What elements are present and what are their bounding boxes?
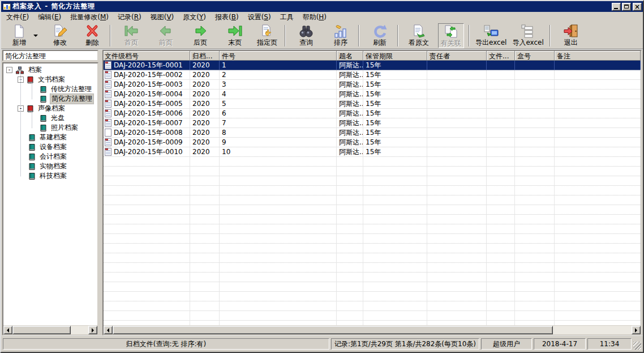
collapse-toggle-icon[interactable]: -	[18, 76, 24, 83]
add-button[interactable]: 新增	[6, 23, 32, 48]
table-row[interactable]: DAJ-2020-15年-0010202010阿斯达...15年	[104, 147, 641, 157]
empty-row	[104, 224, 641, 234]
cell-year: 2020	[190, 80, 220, 89]
exit-button[interactable]: 退出	[558, 23, 584, 48]
modify-button[interactable]: 修改	[47, 23, 73, 48]
cell-item_no	[220, 311, 337, 320]
cell-box_no	[515, 205, 555, 214]
prev-page-button[interactable]: 前页	[153, 23, 179, 48]
cell-file_count	[487, 234, 515, 243]
scroll-left-arrow[interactable]	[104, 326, 113, 334]
tree-node-photo-archive[interactable]: 照片档案	[3, 123, 97, 133]
tree-horizontal-scrollbar[interactable]	[3, 325, 97, 334]
tree-node-technology-archive[interactable]: 科技档案	[3, 171, 97, 181]
scroll-right-arrow[interactable]	[632, 326, 641, 334]
menu-item-2[interactable]: 批量修改(M)	[66, 11, 113, 23]
table-row[interactable]: DAJ-2020-15年-000420204阿斯达...15年	[104, 90, 641, 99]
table-row[interactable]: DAJ-2020-15年-000720207阿斯达...15年	[104, 118, 641, 128]
maximize-button[interactable]	[622, 3, 631, 11]
scroll-left-arrow[interactable]	[3, 326, 12, 334]
cell-remark	[555, 176, 641, 185]
menu-item-7[interactable]: 设置(S)	[243, 11, 276, 23]
table-horizontal-scrollbar[interactable]	[104, 325, 641, 334]
column-header-retention[interactable]: 保管期限	[363, 51, 427, 61]
cell-box_no	[515, 138, 555, 147]
column-header-remark[interactable]: 备注	[555, 51, 641, 61]
category-filter-box[interactable]: 简化方法整理	[2, 50, 98, 61]
add-dropdown-arrow[interactable]	[32, 23, 39, 48]
cell-responsible	[427, 109, 487, 118]
delete-button[interactable]: 删除	[79, 23, 105, 48]
collapse-toggle-icon[interactable]: -	[6, 67, 12, 73]
tree-node-simplified-method[interactable]: 简化方法整理	[3, 94, 97, 104]
cell-year: 2020	[190, 128, 220, 137]
menu-item-0[interactable]: 文件(F)	[2, 11, 33, 23]
sort-button[interactable]: 排序	[328, 23, 354, 48]
column-header-box_no[interactable]: 盒号	[515, 51, 555, 61]
tree-node-traditional-method[interactable]: 传统方法整理	[3, 84, 97, 94]
column-header-year[interactable]: 归档...	[190, 51, 220, 61]
scrollbar-track[interactable]	[71, 326, 88, 334]
panel-splitter[interactable]	[98, 50, 102, 335]
tree-node-archive-root[interactable]: - 档案	[3, 65, 97, 75]
column-header-responsible[interactable]: 责任者	[427, 51, 487, 61]
status-bar: 归档文件(查询:无 排序:有) 记录:第1页/共29页 第1条/共282条(每页…	[1, 335, 643, 352]
view-original-button[interactable]: 看原文	[406, 23, 432, 48]
sort-icon	[332, 24, 349, 39]
menu-item-8[interactable]: 工具	[276, 11, 298, 23]
cell-retention	[363, 176, 427, 185]
scrollbar-thumb[interactable]	[12, 326, 71, 334]
search-button[interactable]: 查询	[293, 23, 319, 48]
tree-node-audio-visual-archive[interactable]: - 声像档案	[3, 104, 97, 113]
table-row[interactable]: DAJ-2020-15年-000820208阿斯达...15年	[104, 128, 641, 138]
menu-item-4[interactable]: 视图(V)	[146, 11, 179, 23]
column-header-file_no[interactable]: 文件级档号	[104, 51, 190, 61]
cell-title	[337, 244, 363, 253]
menu-item-3[interactable]: 记录(R)	[113, 11, 146, 23]
scroll-right-arrow[interactable]	[88, 326, 97, 334]
cell-box_no	[515, 90, 555, 99]
menu-item-1[interactable]: 编辑(E)	[33, 11, 66, 23]
goto-page-button[interactable]: 指定页	[254, 23, 280, 48]
related-button[interactable]: 有关联	[438, 23, 464, 48]
scrollbar-track[interactable]	[553, 326, 632, 334]
table-row[interactable]: DAJ-2020-15年-000220202阿斯达...15年	[104, 70, 641, 80]
table-row[interactable]: DAJ-2020-15年-000920209阿斯达...15年	[104, 138, 641, 147]
tree-node-infrastructure-archive[interactable]: 基建档案	[3, 133, 97, 142]
import-excel-button[interactable]: 导入excel	[511, 23, 544, 48]
cell-title	[337, 215, 363, 224]
cell-file_count	[487, 147, 515, 156]
table-row[interactable]: DAJ-2020-15年-000620206阿斯达...15年	[104, 109, 641, 118]
refresh-button[interactable]: 刷新	[367, 23, 393, 48]
menu-item-5[interactable]: 原文(Y)	[178, 11, 211, 23]
first-page-button[interactable]: 首页	[118, 23, 144, 48]
tree-node-physical-archive[interactable]: 实物档案	[3, 161, 97, 171]
tree-node-document-archive[interactable]: - 文书档案	[3, 75, 97, 84]
resize-grip[interactable]	[633, 342, 641, 350]
cell-item_no	[220, 244, 337, 253]
minimize-button[interactable]	[612, 3, 621, 11]
column-header-file_count[interactable]: 文件...	[487, 51, 515, 61]
menu-item-6[interactable]: 报表(B)	[211, 11, 243, 23]
last-page-button[interactable]: 末页	[222, 23, 248, 48]
tree-node-optical-disc[interactable]: 光盘	[3, 113, 97, 123]
cell-item_no	[220, 205, 337, 214]
cell-retention: 15年	[363, 147, 427, 156]
scrollbar-thumb[interactable]	[113, 326, 553, 334]
column-header-title[interactable]: 题名	[337, 51, 363, 61]
column-header-item_no[interactable]: 件号	[220, 51, 337, 61]
table-row[interactable]: DAJ-2020-15年-000520205阿斯达...15年	[104, 99, 641, 109]
tree-node-accounting-archive[interactable]: 会计档案	[3, 152, 97, 161]
cell-responsible	[427, 244, 487, 253]
cell-retention	[363, 273, 427, 282]
collapse-toggle-icon[interactable]: -	[18, 105, 24, 112]
table-row[interactable]: DAJ-2020-15年-000320203阿斯达...15年	[104, 80, 641, 90]
export-excel-button[interactable]: 导出excel	[474, 23, 508, 48]
cell-year: 2020	[190, 138, 220, 147]
table-row[interactable]: DAJ-2020-15年-000120201阿斯达...15年	[104, 61, 641, 70]
close-button[interactable]: ×	[633, 3, 642, 11]
tree-node-equipment-archive[interactable]: 设备档案	[3, 142, 97, 152]
menu-item-9[interactable]: 帮助(H)	[298, 11, 331, 23]
next-page-button[interactable]: 后页	[187, 23, 213, 48]
cell-retention	[363, 215, 427, 224]
